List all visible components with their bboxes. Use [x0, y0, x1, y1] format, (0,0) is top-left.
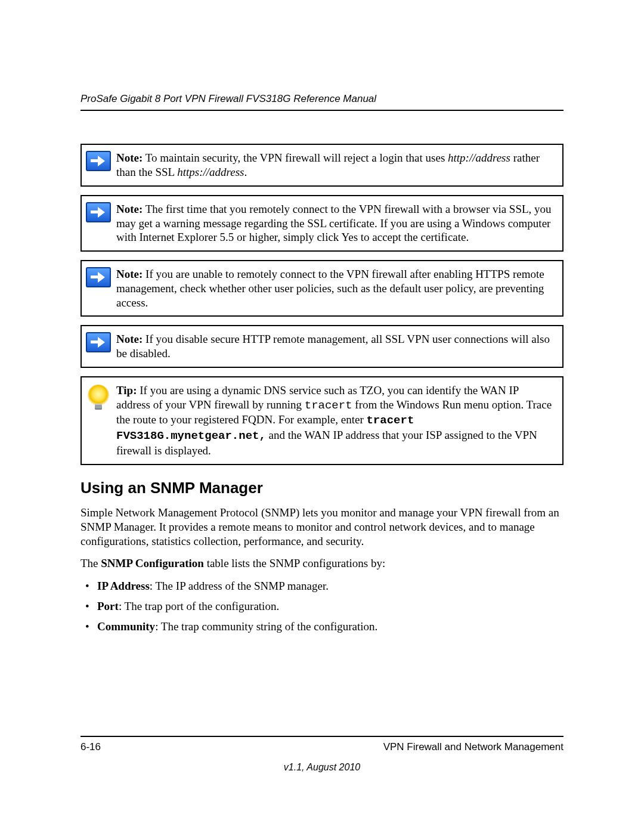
note-label: Note: [116, 203, 143, 215]
section-para-2: The SNMP Configuration table lists the S… [80, 556, 564, 571]
document-page: ProSafe Gigabit 8 Port VPN Firewall FVS3… [0, 0, 644, 833]
footer-page-number: 6-16 [80, 741, 101, 753]
tip-mono-tracert: tracert [305, 399, 352, 412]
arrow-icon [86, 202, 111, 222]
note-callout: Note: The first time that you remotely c… [80, 195, 564, 252]
note-callout: Note: To maintain security, the VPN fire… [80, 144, 564, 187]
bullet-list: IP Address: The IP address of the SNMP m… [80, 579, 564, 633]
arrow-icon [86, 332, 111, 352]
bullet-bold: Port [97, 600, 119, 612]
bullet-bold: Community [97, 620, 155, 633]
page-footer: 6-16 VPN Firewall and Network Management… [80, 736, 564, 773]
list-item: Community: The trap community string of … [97, 620, 564, 634]
tip-icon-cell [82, 377, 115, 464]
section-para-1: Simple Network Management Protocol (SNMP… [80, 506, 564, 548]
note-ital-https: https://address [177, 166, 244, 178]
note-text: Note: If you are unable to remotely conn… [115, 261, 562, 315]
arrow-icon [86, 267, 111, 287]
note-body: If you disable secure HTTP remote manage… [116, 333, 550, 360]
lightbulb-icon [86, 383, 111, 411]
note-label: Note: [116, 151, 143, 164]
para2-post: table lists the SNMP configurations by: [204, 557, 385, 569]
bullet-rest: : The trap community string of the confi… [155, 620, 377, 633]
bullet-rest: : The trap port of the configuration. [119, 600, 279, 612]
bullet-rest: : The IP address of the SNMP manager. [150, 580, 329, 592]
note-icon-cell [82, 261, 115, 315]
list-item: Port: The trap port of the configuration… [97, 599, 564, 614]
note-ital-http: http://address [448, 151, 510, 164]
para2-pre: The [80, 557, 101, 569]
section-heading: Using an SNMP Manager [80, 478, 564, 498]
footer-line: 6-16 VPN Firewall and Network Management [80, 736, 564, 753]
note-body: The first time that you remotely connect… [116, 203, 552, 244]
note-text: Note: The first time that you remotely c… [115, 196, 562, 250]
note-body-pre: To maintain security, the VPN firewall w… [143, 151, 448, 164]
running-header: ProSafe Gigabit 8 Port VPN Firewall FVS3… [80, 92, 564, 111]
arrow-icon [86, 151, 111, 171]
note-callout: Note: If you disable secure HTTP remote … [80, 325, 564, 368]
note-icon-cell [82, 145, 115, 185]
footer-version: v1.1, August 2010 [80, 761, 564, 773]
para2-bold: SNMP Configuration [101, 557, 204, 569]
list-item: IP Address: The IP address of the SNMP m… [97, 579, 564, 593]
note-body-post: . [244, 166, 247, 178]
note-text: Note: If you disable secure HTTP remote … [115, 326, 562, 367]
note-body: If you are unable to remotely connect to… [116, 268, 544, 309]
tip-text: Tip: If you are using a dynamic DNS serv… [115, 377, 562, 464]
note-icon-cell [82, 196, 115, 250]
tip-label: Tip: [116, 384, 137, 397]
note-callout: Note: If you are unable to remotely conn… [80, 260, 564, 317]
footer-chapter-title: VPN Firewall and Network Management [383, 741, 564, 753]
tip-callout: Tip: If you are using a dynamic DNS serv… [80, 376, 564, 465]
bullet-bold: IP Address [97, 580, 150, 592]
note-text: Note: To maintain security, the VPN fire… [115, 145, 562, 185]
note-label: Note: [116, 333, 143, 345]
note-icon-cell [82, 326, 115, 367]
note-label: Note: [116, 268, 143, 280]
